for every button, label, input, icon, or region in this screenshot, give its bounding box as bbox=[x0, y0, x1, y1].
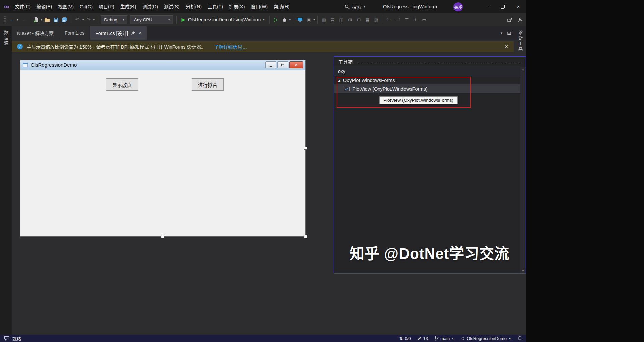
infobar-close-icon[interactable]: × bbox=[505, 44, 508, 50]
tree-expanded-icon[interactable]: ◢ bbox=[338, 78, 340, 82]
minimize-button[interactable] bbox=[480, 0, 495, 13]
menu-item-debug[interactable]: 调试(D) bbox=[139, 0, 161, 13]
align-tool-icon[interactable]: ▦ bbox=[364, 15, 372, 24]
redo-icon[interactable]: ↷ bbox=[85, 15, 93, 24]
menu-item-window[interactable]: 窗口(W) bbox=[248, 0, 271, 13]
align-tool-icon[interactable]: ▧ bbox=[372, 15, 380, 24]
sidebar-tab-data-sources[interactable]: 数据源 bbox=[3, 30, 9, 46]
menu-item-extensions[interactable]: 扩展(X) bbox=[226, 0, 248, 13]
align-tool-icon[interactable]: ▤ bbox=[329, 15, 337, 24]
menu-item-analyze[interactable]: 分析(N) bbox=[182, 0, 204, 13]
menu-item-help[interactable]: 帮助(H) bbox=[271, 0, 292, 13]
window-list-icon[interactable]: ⊟ bbox=[507, 30, 511, 36]
search-label: 搜索 bbox=[352, 3, 361, 10]
tab-label: Form1.cs [设计] bbox=[95, 30, 128, 36]
main-toolbar: ← ▾ → ▾ ↶ ▾ ↷ ▾ Debug bbox=[0, 13, 526, 26]
menu-item-test[interactable]: 测试(S) bbox=[161, 0, 183, 13]
sync-arrows-icon: ⇅ bbox=[399, 336, 403, 341]
align-tool-icon[interactable]: ▥ bbox=[320, 15, 328, 24]
feedback-icon[interactable] bbox=[518, 17, 523, 22]
scroll-up-icon[interactable]: ▲ bbox=[522, 68, 525, 71]
hot-reload-icon[interactable] bbox=[281, 15, 289, 24]
align-tool-icon[interactable]: ⊞ bbox=[346, 15, 354, 24]
sync-status[interactable]: ⇅ 0/0 bbox=[399, 336, 411, 341]
share-icon[interactable] bbox=[507, 17, 512, 22]
save-all-icon[interactable] bbox=[60, 15, 68, 24]
resize-handle-bottom-right[interactable] bbox=[304, 235, 307, 238]
start-without-debugging-icon[interactable]: ▷ bbox=[272, 15, 280, 24]
menu-item-tools[interactable]: 工具(T) bbox=[205, 0, 226, 13]
navigate-back-icon[interactable]: ← bbox=[8, 15, 16, 24]
toolbox-header[interactable]: 工具箱 bbox=[334, 57, 526, 67]
restore-button[interactable] bbox=[495, 0, 511, 13]
align-edge-icon[interactable]: ⊢ bbox=[385, 15, 393, 24]
chevron-down-icon[interactable]: ▾ bbox=[313, 18, 315, 21]
align-edge-icon[interactable]: ⊥ bbox=[412, 15, 420, 24]
navigate-forward-icon[interactable]: → bbox=[19, 15, 27, 24]
resize-handle-right[interactable] bbox=[304, 147, 307, 150]
repository-selector[interactable]: OlsRegressionDemo ▲ bbox=[461, 336, 511, 341]
toolbox-drag-grip[interactable] bbox=[357, 61, 522, 63]
tab-form1-cs[interactable]: Form1.cs bbox=[59, 26, 90, 40]
form-button-show-scatter[interactable]: 显示散点 bbox=[106, 78, 138, 91]
align-edge-icon[interactable]: ⊤ bbox=[403, 15, 411, 24]
align-tool-icon[interactable]: ◫ bbox=[337, 15, 345, 24]
start-debugging-button[interactable]: ▶ OlsRegressionDemoUsingWinform ▾ bbox=[179, 17, 267, 23]
configuration-label: Debug bbox=[104, 17, 117, 22]
quick-search[interactable]: 搜索 ▾ bbox=[345, 0, 365, 13]
separator bbox=[383, 16, 383, 24]
configuration-dropdown[interactable]: Debug ▾ bbox=[101, 15, 127, 24]
menu-item-git[interactable]: Git(G) bbox=[77, 0, 96, 13]
new-file-icon[interactable] bbox=[32, 15, 40, 24]
toolbox-group-label: OxyPlot.WindowsForms bbox=[343, 78, 395, 83]
sidebar-tab-diagnostics[interactable]: 诊断工具 bbox=[517, 30, 523, 52]
chevron-down-icon[interactable]: ▾ bbox=[17, 18, 18, 21]
form-close-icon: × bbox=[289, 61, 303, 68]
chevron-down-icon[interactable]: ▾ bbox=[93, 18, 95, 21]
feedback-bubble-icon[interactable] bbox=[4, 336, 9, 341]
designed-form[interactable]: OlsRegressionDemo ▁ × 显示散点 进行拟合 bbox=[20, 60, 306, 237]
tab-form1-designer[interactable]: Form1.cs [设计] × bbox=[90, 26, 147, 40]
tab-nuget-solution[interactable]: NuGet - 解决方案 bbox=[12, 26, 59, 40]
chevron-down-icon[interactable]: ▾ bbox=[289, 18, 291, 21]
close-button[interactable]: × bbox=[511, 0, 526, 13]
window-controls: × bbox=[480, 0, 526, 13]
scroll-down-icon[interactable]: ▼ bbox=[522, 269, 525, 272]
open-folder-icon[interactable] bbox=[43, 15, 51, 24]
chevron-down-icon[interactable]: ▾ bbox=[82, 18, 84, 21]
align-tool-icon[interactable]: ⊟ bbox=[355, 15, 363, 24]
menu-item-view[interactable]: 视图(V) bbox=[55, 0, 77, 13]
infobar-learn-more-link[interactable]: 了解详细信息… bbox=[214, 43, 247, 50]
account-badge[interactable]: 德郑 bbox=[453, 2, 463, 11]
save-icon[interactable] bbox=[52, 15, 60, 24]
menu-item-file[interactable]: 文件(F) bbox=[12, 0, 34, 13]
form-button-fit[interactable]: 进行拟合 bbox=[192, 78, 224, 91]
toolbox-group-oxyplot[interactable]: ◢ OxyPlot.WindowsForms bbox=[334, 76, 526, 84]
toolbox-item-label: PlotView (OxyPlot.WindowsForms) bbox=[352, 86, 428, 92]
toolbox-search-input[interactable] bbox=[334, 67, 526, 76]
notifications-bell-icon[interactable] bbox=[518, 336, 522, 341]
undo-icon[interactable]: ↶ bbox=[73, 15, 82, 24]
tab-label: Form1.cs bbox=[65, 30, 84, 36]
chevron-down-icon[interactable]: ▾ bbox=[41, 18, 43, 21]
chevron-down-icon: ▾ bbox=[123, 18, 124, 21]
platform-dropdown[interactable]: Any CPU ▾ bbox=[130, 15, 173, 24]
menu-item-project[interactable]: 项目(P) bbox=[96, 0, 117, 13]
close-tab-icon[interactable]: × bbox=[138, 30, 141, 36]
toolbar-grip[interactable] bbox=[4, 16, 6, 23]
chevron-down-icon[interactable]: ▾ bbox=[501, 31, 503, 35]
pending-changes[interactable]: 13 bbox=[417, 336, 428, 341]
console-window-icon[interactable]: ▣ bbox=[305, 15, 313, 24]
titlebar: ∞ 文件(F) 编辑(E) 视图(V) Git(G) 项目(P) 生成(B) 调… bbox=[0, 0, 526, 13]
git-branch-selector[interactable]: main ▲ bbox=[434, 336, 454, 341]
toolbox-scrollbar[interactable]: ▲ ▼ bbox=[520, 67, 526, 273]
size-tool-icon[interactable]: ▭ bbox=[420, 15, 428, 24]
resize-handle-bottom[interactable] bbox=[161, 235, 164, 238]
target-monitor-icon[interactable] bbox=[296, 15, 304, 24]
pin-icon[interactable] bbox=[131, 31, 135, 35]
menu-item-build[interactable]: 生成(B) bbox=[117, 0, 139, 13]
align-edge-icon[interactable]: ⊣ bbox=[394, 15, 402, 24]
toolbox-item-plotview[interactable]: PlotView (OxyPlot.WindowsForms) bbox=[334, 84, 526, 93]
menu-item-edit[interactable]: 编辑(E) bbox=[34, 0, 55, 13]
chevron-down-icon: ▾ bbox=[263, 18, 265, 21]
